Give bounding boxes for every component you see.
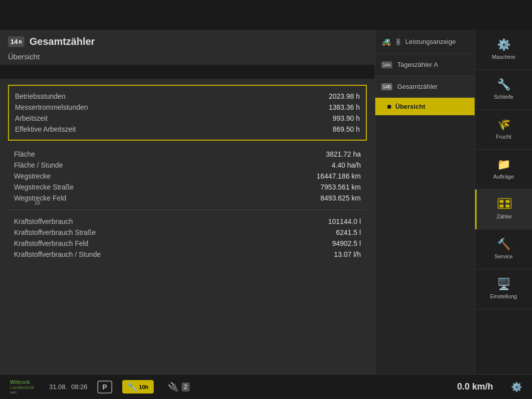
frucht-icon: 🌾 xyxy=(497,118,511,131)
dealer-subtitle: Landtechnik xyxy=(10,385,34,390)
svg-rect-2 xyxy=(506,200,510,203)
auftrage-icon: 📁 xyxy=(497,158,511,171)
active-dot xyxy=(387,105,391,109)
table-row: Kraftstoffverbrauch / Stunde 13.07 l/h xyxy=(14,249,361,260)
nav-label: Tageszähler A xyxy=(397,61,438,68)
zahler-icon xyxy=(498,198,512,211)
main-screen: » 14 B Gesamtzähler Übersicht Betriebsst… xyxy=(0,0,532,399)
sidebar-label: Service xyxy=(495,253,513,260)
row-label: Betriebsstunden xyxy=(15,92,65,100)
nav-item-leistungsanzeige[interactable]: 🚜 i Leistungsanzeige xyxy=(375,30,475,54)
status-bar: Wittrock Landtechnik ues 31.08. 08:26 P … xyxy=(0,374,532,399)
row-value: 3821.72 ha xyxy=(326,150,361,158)
sidebar-item-zahler[interactable]: Zähler xyxy=(475,190,532,229)
status-date: 31.08. xyxy=(49,383,67,391)
panel-header: 14 B Gesamtzähler xyxy=(0,30,375,50)
nav-badge-i: i xyxy=(396,38,400,45)
parking-label: P xyxy=(102,383,107,391)
table-row: Effektive Arbeitszeit 869.50 h xyxy=(15,124,360,135)
row-value: 4.40 ha/h xyxy=(332,161,361,169)
row-value: 7953.561 km xyxy=(320,183,361,191)
sidebar-label: Schleife xyxy=(494,94,513,100)
table-row: Fläche / Stunde 4.40 ha/h xyxy=(14,160,361,171)
row-value: 16447.186 km xyxy=(316,172,361,180)
sidebar-item-frucht[interactable]: 🌾 Frucht xyxy=(475,110,532,150)
data-section-2: Kraftstoffverbrauch 101144.0 l Kraftstof… xyxy=(0,214,375,262)
dealer-name: Wittrock xyxy=(10,380,30,385)
row-value: 993.90 h xyxy=(333,114,360,122)
nav-label: Gesamtzähler xyxy=(397,83,438,90)
row-label: Wegstrecke Straße xyxy=(14,183,74,191)
parking-icon: P xyxy=(97,381,112,394)
sidebar-item-einstellung[interactable]: 🖥️ Einstellung xyxy=(475,269,532,309)
row-value: 8493.625 km xyxy=(320,194,361,202)
sidebar-label: Frucht xyxy=(496,134,511,140)
table-row: Kraftstoffverbrauch Feld 94902.5 l xyxy=(14,238,361,249)
datetime-area: 31.08. 08:26 xyxy=(49,383,88,391)
nav-item-gesamtzaehler[interactable]: 14B Gesamtzähler xyxy=(375,76,475,98)
row-value: 13.07 l/h xyxy=(334,250,361,258)
timer-label: 10h xyxy=(139,384,149,390)
row-value: 94902.5 l xyxy=(332,239,361,247)
counter-badge: 14 B xyxy=(8,36,24,47)
badge-number: 14 xyxy=(10,38,17,45)
nav-badge-14b: 14B xyxy=(381,83,392,90)
highlighted-section: Betriebsstunden 2023.98 h Messertrommels… xyxy=(8,85,367,141)
svg-rect-3 xyxy=(500,204,504,207)
page-title: Gesamtzähler xyxy=(29,36,95,47)
table-row: Fläche 3821.72 ha xyxy=(14,149,361,160)
table-row: Messertrommelstunden 1383.36 h xyxy=(15,102,360,113)
table-row: Betriebsstunden 2023.98 h xyxy=(15,91,360,102)
section-divider xyxy=(8,209,367,210)
nav-item-tageszaehler[interactable]: 14A Tageszähler A xyxy=(375,54,475,76)
dealer-id: ues xyxy=(10,390,16,395)
right-sidebar: ⚙️ Maschine 🔧 Schleife 🌾 Frucht 📁 Aufträ… xyxy=(475,30,532,374)
dealer-logo-area: Wittrock Landtechnik ues xyxy=(10,380,34,395)
badge-suffix: B xyxy=(18,39,22,44)
table-row: Arbeitszeit 993.90 h xyxy=(15,113,360,124)
collapse-arrow[interactable]: » xyxy=(34,195,40,209)
schleifer-icon: 🔧 xyxy=(497,78,511,91)
einstellung-icon: 🖥️ xyxy=(497,278,511,291)
sidebar-item-service[interactable]: 🔨 Service xyxy=(475,229,532,269)
table-row: Kraftstoffverbrauch 101144.0 l xyxy=(14,216,361,227)
row-value: 2023.98 h xyxy=(329,92,360,100)
wrench-icon: 🔧 xyxy=(127,382,137,392)
table-row: Kraftstoffverbrauch Straße 6241.5 l xyxy=(14,227,361,238)
sidebar-label: Einstellung xyxy=(490,293,517,300)
sidebar-label: Zähler xyxy=(497,213,512,220)
sidebar-item-auftrage[interactable]: 📁 Aufträge xyxy=(475,150,532,190)
panel-subtitle: Übersicht xyxy=(0,50,375,65)
row-label: Wegstrecke xyxy=(14,172,51,180)
row-value: 6241.5 l xyxy=(336,228,361,236)
top-bar xyxy=(0,0,532,30)
table-row: Wegstrecke Straße 7953.561 km xyxy=(14,182,361,193)
connector-area: 🔌 2 xyxy=(168,382,190,393)
row-label: Kraftstoffverbrauch / Stunde xyxy=(14,250,101,258)
status-time: 08:26 xyxy=(71,383,88,391)
nav-label: Leistungsanzeige xyxy=(405,38,456,45)
settings-icon: ⚙️ xyxy=(511,382,522,393)
main-content: » 14 B Gesamtzähler Übersicht Betriebsst… xyxy=(0,30,532,374)
service-timer-badge: 🔧 10h xyxy=(122,380,154,394)
svg-rect-1 xyxy=(500,200,504,203)
sidebar-label: Maschine xyxy=(492,54,515,60)
right-status-icons: ⚙️ xyxy=(511,382,522,393)
middle-panel: 🚜 i Leistungsanzeige 14A Tageszähler A 1… xyxy=(375,30,475,374)
nav-subitem-ubersicht[interactable]: Übersicht xyxy=(375,98,475,116)
table-row: Wegstrecke Feld 8493.625 km xyxy=(14,193,361,203)
sidebar-item-schleifer[interactable]: 🔧 Schleife xyxy=(475,70,532,110)
left-panel: » 14 B Gesamtzähler Übersicht Betriebsst… xyxy=(0,30,375,374)
sidebar-label: Aufträge xyxy=(493,174,514,180)
maschine-icon: ⚙️ xyxy=(497,38,511,51)
row-value: 869.50 h xyxy=(333,125,360,133)
speed-value: 0.0 km/h xyxy=(457,382,493,392)
data-section-1: Fläche 3821.72 ha Fläche / Stunde 4.40 h… xyxy=(0,147,375,205)
sub-label: Übersicht xyxy=(395,103,425,110)
row-label: Messertrommelstunden xyxy=(15,103,88,111)
speed-display: 0.0 km/h xyxy=(457,382,493,392)
nav-badge-14a: 14A xyxy=(381,61,392,68)
row-label: Fläche / Stunde xyxy=(14,161,63,169)
sidebar-item-maschine[interactable]: ⚙️ Maschine xyxy=(475,30,532,70)
device-count: 2 xyxy=(182,383,190,392)
